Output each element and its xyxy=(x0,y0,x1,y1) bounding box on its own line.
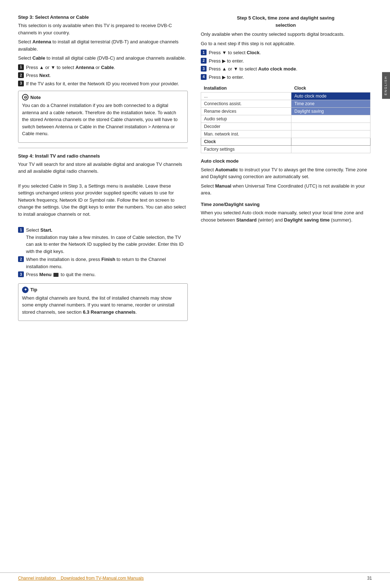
time-zone-heading: Time zone/Daylight saving xyxy=(201,201,370,208)
step5-para2: Go to a next step if this step is not ap… xyxy=(201,40,370,47)
table-row: Audio setup xyxy=(201,115,370,123)
footer-chapter: Channel installation xyxy=(18,576,56,581)
main-content: Step 3: Select Antenna or Cable This sel… xyxy=(18,14,372,325)
footer-link[interactable]: Channel installation Downloaded from TV-… xyxy=(18,576,144,581)
step5-badge-1: 1 xyxy=(201,50,207,55)
step3-badge-3: 3 xyxy=(18,81,24,86)
step5-badge-2: 2 xyxy=(201,58,207,64)
auto-clock-text1: Select Automatic to instruct your TV to … xyxy=(201,166,370,180)
step4-badge-3: 3 xyxy=(18,271,24,277)
step4-list: 1 Select Start. The installation may tak… xyxy=(18,227,188,278)
step3-para1: This selection is only available when th… xyxy=(18,22,188,36)
tip-title: ✦ Tip xyxy=(22,287,184,293)
table-header-row: Installation Clock xyxy=(201,84,370,93)
step4-para1: Your TV will search for and store all av… xyxy=(18,161,188,175)
step4-heading: Step 4: Install TV and radio channels xyxy=(18,153,188,159)
note-icon: ⊖ xyxy=(22,94,29,100)
tip-text: When digital channels are found, the lis… xyxy=(22,295,184,316)
installation-table: Installation Clock ... Auto clock mode C… xyxy=(201,84,370,153)
step5-badge-3: 3 xyxy=(201,66,207,72)
auto-clock-heading: Auto clock mode xyxy=(201,158,370,165)
table-row: Connections assist. Time zone xyxy=(201,100,370,108)
divider-1 xyxy=(18,148,188,148)
side-tab: ENGLISH xyxy=(382,72,390,99)
step4-badge-1: 1 xyxy=(18,227,24,233)
step5-list-item-4: 4 Press ▶ to enter. xyxy=(201,74,370,81)
page-container: ENGLISH Step 3: Select Antenna or Cable … xyxy=(0,0,390,588)
table-col1-header: Installation xyxy=(201,84,291,93)
time-zone-text: When you selected Auto clock mode manual… xyxy=(201,209,370,223)
step3-badge-1: 1 xyxy=(18,64,24,70)
step4-para2: If you selected Cable in Step 3, a Setti… xyxy=(18,183,188,218)
step3-badge-2: 2 xyxy=(18,72,24,78)
table-row: Decoder xyxy=(201,123,370,130)
step3-para3: Select Cable to install all digital cabl… xyxy=(18,55,188,62)
step4-list-item-3: 3 Press Menu to quit the menu. xyxy=(18,271,188,278)
step5-heading: Step 5 Clock, time zone and daylight sav… xyxy=(201,14,370,29)
table-col2-header: Clock xyxy=(291,84,370,93)
step5-list-item-1: 1 Press ▼ to select Clock. xyxy=(201,49,370,56)
auto-clock-text2: Select Manual when Universal Time Coordi… xyxy=(201,183,370,197)
step3-list-item-1: 1 Press ▲ or ▼ to select Antenna or Cabl… xyxy=(18,64,188,71)
step4-list-item-2: 2 When the installation is done, press F… xyxy=(18,256,188,270)
step3-para2: Select Antenna to install all digital te… xyxy=(18,38,188,52)
note-box: ⊖ Note You can do a Channel installation… xyxy=(18,91,188,143)
tip-box: ✦ Tip When digital channels are found, t… xyxy=(18,283,188,321)
left-column: Step 3: Select Antenna or Cable This sel… xyxy=(18,14,188,325)
step3-list: 1 Press ▲ or ▼ to select Antenna or Cabl… xyxy=(18,64,188,87)
menu-icon xyxy=(53,273,58,277)
step3-heading: Step 3: Select Antenna or Cable xyxy=(18,14,188,20)
right-column: Step 5 Clock, time zone and daylight sav… xyxy=(201,14,370,325)
footer-download-text: Downloaded from TV-Manual.com Manuals xyxy=(61,576,144,581)
auto-clock-section: Auto clock mode Select Automatic to inst… xyxy=(201,158,370,197)
table-row: ... Auto clock mode xyxy=(201,93,370,100)
time-zone-section: Time zone/Daylight saving When you selec… xyxy=(201,201,370,224)
note-text: You can do a Channel installation if you… xyxy=(22,102,184,137)
step5-para1: Only available when the country selected… xyxy=(201,31,370,38)
step4-badge-2: 2 xyxy=(18,256,24,262)
footer: Channel installation Downloaded from TV-… xyxy=(0,572,390,581)
step5-badge-4: 4 xyxy=(201,74,207,80)
table-row: Man. network inst. xyxy=(201,130,370,138)
step3-list-item-3: 3 If the TV asks for it, enter the Netwo… xyxy=(18,80,188,87)
note-title: ⊖ Note xyxy=(22,94,184,100)
tip-icon: ✦ xyxy=(22,287,29,293)
step4-list-item-1: 1 Select Start. The installation may tak… xyxy=(18,227,188,255)
table-row-clock: Clock xyxy=(201,138,370,146)
step5-list-item-2: 2 Press ▶ to enter. xyxy=(201,57,370,65)
step5-list-item-3: 3 Press ▲ or ▼ to select Auto clock mode… xyxy=(201,65,370,73)
table-row: Factory settings xyxy=(201,146,370,153)
footer-page-number: 31 xyxy=(367,576,372,581)
table-row: Rename devices Daylight saving xyxy=(201,108,370,115)
step5-list: 1 Press ▼ to select Clock. 2 Press ▶ to … xyxy=(201,49,370,81)
step3-list-item-2: 2 Press Next. xyxy=(18,72,188,79)
